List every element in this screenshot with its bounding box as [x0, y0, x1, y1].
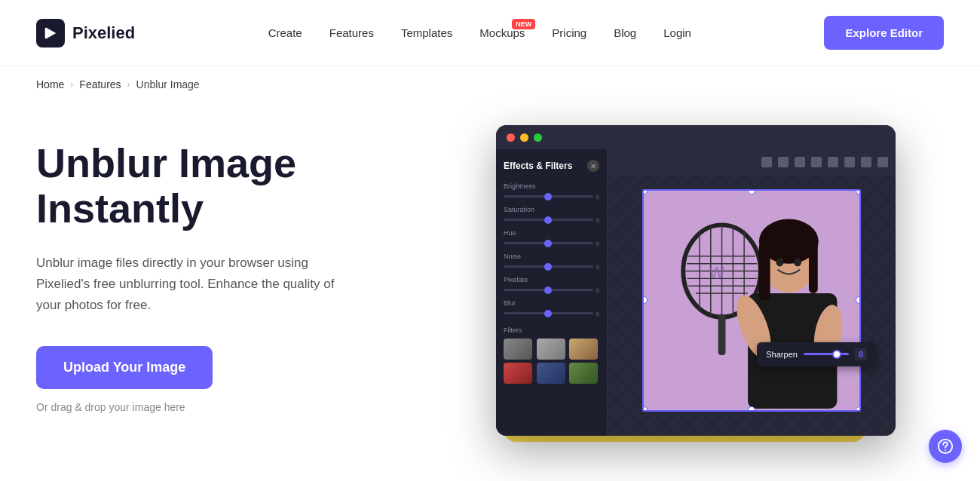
slider-value-blur: 0 [596, 311, 599, 317]
left-content: Unblur Image Instantly Unblur image file… [36, 125, 428, 413]
slider-track-blur[interactable] [504, 312, 593, 314]
svg-point-24 [776, 257, 784, 266]
slider-label-saturation: Saturation [504, 206, 599, 213]
breadcrumb-sep-2: › [127, 79, 130, 90]
toolbar-icon-2[interactable] [778, 157, 789, 167]
hero-title-line2: Instantly [36, 185, 204, 231]
photo-scene: W [644, 189, 859, 410]
svg-point-25 [794, 257, 801, 266]
filter-thumbnails [504, 339, 599, 384]
handle-bottom-center[interactable] [748, 406, 755, 412]
panel-header: Effects & Filters ✕ [504, 160, 599, 172]
main-nav: Create Features Templates Mockups NEW Pr… [268, 26, 691, 39]
nav-create[interactable]: Create [268, 26, 302, 39]
explore-editor-button[interactable]: Explore Editor [824, 16, 944, 50]
filter-thumb-2[interactable] [537, 339, 565, 360]
nav-features[interactable]: Features [329, 26, 374, 39]
photo-frame: W [642, 189, 861, 412]
panel-close-button[interactable]: ✕ [587, 160, 599, 172]
slider-row-pixelate: Pixelate 0 [504, 276, 599, 294]
slider-track-brightness[interactable] [504, 195, 593, 198]
slider-thumb-pixelate [544, 286, 552, 294]
handle-bottom-right[interactable] [856, 406, 861, 412]
logo[interactable]: Pixelied [36, 19, 135, 47]
slider-track-hue[interactable] [504, 242, 593, 244]
panel-title: Effects & Filters [504, 161, 572, 171]
slider-row-hue: Hue 0 [504, 229, 599, 247]
sharpen-label: Sharpen [766, 350, 798, 359]
slider-track-noise[interactable] [504, 265, 593, 268]
breadcrumb-home[interactable]: Home [36, 78, 64, 90]
slider-value-brightness: 0 [596, 194, 599, 201]
sharpen-thumb [832, 350, 841, 359]
slider-value-noise: 0 [596, 264, 599, 271]
filter-thumb-1[interactable] [504, 339, 532, 360]
filter-thumb-4[interactable] [504, 363, 532, 384]
editor-titlebar [496, 125, 896, 149]
canvas-area: W [608, 149, 896, 436]
window-maximize-dot [534, 133, 542, 142]
support-button[interactable] [929, 430, 962, 463]
slider-value-saturation: 0 [596, 217, 599, 224]
hero-description: Unblur image files directly in your brow… [36, 253, 360, 316]
hero-title-line1: Unblur Image [36, 140, 296, 185]
logo-icon [36, 19, 65, 47]
svg-rect-23 [809, 237, 818, 293]
effects-panel: Effects & Filters ✕ Brightness 0 Saturat… [496, 149, 608, 436]
upload-image-button[interactable]: Upload Your Image [36, 346, 213, 389]
slider-track-pixelate[interactable] [504, 289, 593, 291]
nav-mockups-wrapper: Mockups NEW [479, 26, 525, 39]
window-minimize-dot [520, 133, 528, 142]
slider-label-noise: Noise [504, 253, 599, 260]
help-circle-icon [937, 438, 954, 455]
filters-section: Filters [504, 326, 599, 384]
slider-thumb-hue [544, 240, 552, 247]
slider-row-saturation: Saturation 0 [504, 206, 599, 224]
slider-value-hue: 0 [596, 240, 599, 247]
nav-login[interactable]: Login [663, 26, 691, 39]
nav-pricing[interactable]: Pricing [552, 26, 586, 39]
nav-templates[interactable]: Templates [401, 26, 452, 39]
filter-thumb-5[interactable] [537, 363, 565, 384]
handle-top-right[interactable] [856, 189, 861, 195]
breadcrumb-sep-1: › [70, 79, 73, 90]
handle-middle-right[interactable] [856, 296, 861, 304]
header-right: Explore Editor [824, 16, 944, 50]
toolbar-icon-5[interactable] [828, 157, 838, 167]
nav-blog[interactable]: Blog [614, 26, 636, 39]
toolbar-icon-3[interactable] [795, 157, 805, 167]
slider-thumb-noise [544, 263, 552, 271]
editor-window: Effects & Filters ✕ Brightness 0 Saturat… [496, 125, 896, 436]
main-content: Unblur Image Instantly Unblur image file… [0, 103, 980, 436]
svg-marker-0 [47, 27, 57, 38]
filter-thumb-3[interactable] [569, 339, 598, 360]
breadcrumb: Home › Features › Unblur Image [0, 66, 980, 103]
slider-value-pixelate: 0 [596, 287, 599, 294]
toolbar-icon-6[interactable] [844, 157, 855, 167]
toolbar-icon-4[interactable] [811, 157, 822, 167]
toolbar-icon-7[interactable] [861, 157, 871, 167]
filter-thumb-6[interactable] [569, 363, 598, 384]
slider-label-pixelate: Pixelate [504, 276, 599, 283]
slider-thumb-blur [544, 310, 552, 317]
slider-thumb-brightness [544, 193, 552, 201]
photo-background: W [644, 191, 859, 410]
sharpen-slider[interactable] [804, 353, 849, 355]
toolbar-icon-1[interactable] [761, 157, 772, 167]
slider-row-blur: Blur 0 [504, 299, 599, 317]
breadcrumb-features[interactable]: Features [79, 78, 121, 90]
slider-label-blur: Blur [504, 299, 599, 307]
slider-label-hue: Hue [504, 229, 599, 237]
slider-track-saturation[interactable] [504, 219, 593, 221]
sharpen-value: 8 [855, 348, 867, 360]
breadcrumb-current: Unblur Image [136, 78, 200, 90]
toolbar-icon-8[interactable] [877, 157, 888, 167]
slider-label-brightness: Brightness [504, 182, 599, 190]
logo-text: Pixelied [72, 23, 135, 43]
hero-title: Unblur Image Instantly [36, 140, 428, 231]
canvas-toolbar [608, 149, 896, 175]
editor-body: Effects & Filters ✕ Brightness 0 Saturat… [496, 149, 896, 436]
filters-label: Filters [504, 326, 599, 334]
header: Pixelied Create Features Templates Mocku… [0, 0, 980, 66]
window-close-dot [507, 133, 515, 142]
